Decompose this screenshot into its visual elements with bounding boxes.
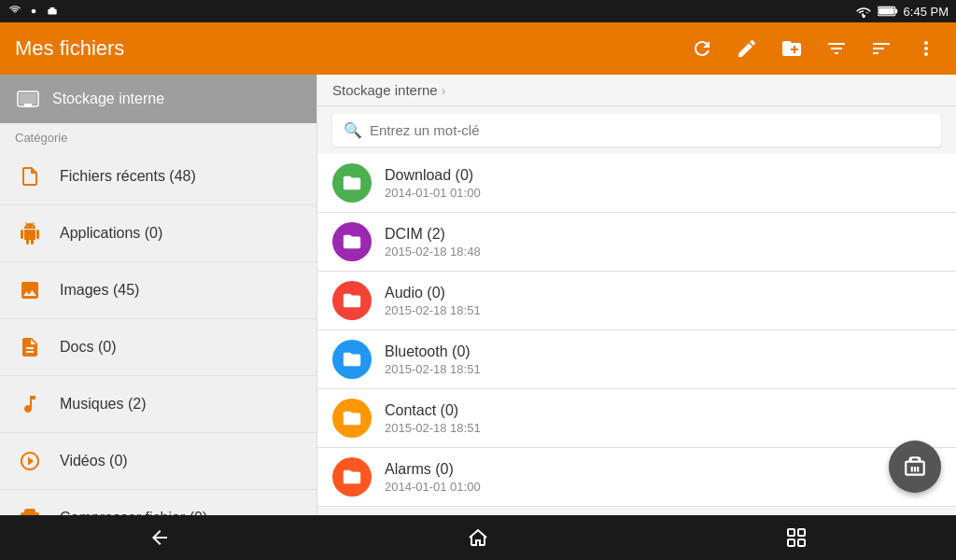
svg-point-0 xyxy=(32,9,36,14)
sidebar-item-label-recent: Fichiers récents (48) xyxy=(60,168,196,185)
storage-icon xyxy=(15,86,41,112)
file-date-contact: 2015-02-18 18:51 xyxy=(385,421,941,435)
file-date-dcim: 2015-02-18 18:48 xyxy=(385,245,941,259)
wifi-icon xyxy=(855,5,872,18)
sidebar-item-label-images: Images (45) xyxy=(60,282,139,299)
category-label: Catégorie xyxy=(0,123,316,148)
svg-rect-4 xyxy=(894,9,896,14)
file-item-download[interactable]: Download (0) 2014-01-01 01:00 xyxy=(317,154,956,213)
search-icon: 🔍 xyxy=(344,121,362,139)
file-name-audio: Audio (0) xyxy=(385,285,941,301)
notification-icon-2 xyxy=(26,4,41,19)
file-info-dcim: DCIM (2) 2015-02-18 18:48 xyxy=(385,226,941,259)
music-icon xyxy=(15,389,45,419)
add-folder-button[interactable] xyxy=(777,34,807,63)
nav-bar xyxy=(0,515,956,560)
sidebar-item-label-applications: Applications (0) xyxy=(60,225,162,242)
notification-icon-3 xyxy=(45,4,60,19)
folder-icon-alarms xyxy=(332,457,372,497)
battery-icon xyxy=(878,6,898,17)
sidebar-item-videos[interactable]: Vidéos (0) xyxy=(0,433,316,490)
back-button[interactable] xyxy=(126,519,193,556)
file-icon xyxy=(15,161,45,191)
compress-icon xyxy=(15,503,45,515)
folder-icon-contact xyxy=(332,399,372,438)
svg-rect-13 xyxy=(788,539,794,546)
svg-rect-9 xyxy=(22,105,34,107)
svg-rect-5 xyxy=(879,7,894,14)
edit-button[interactable] xyxy=(732,34,762,63)
svg-rect-2 xyxy=(50,7,55,9)
file-item-alarms[interactable]: Alarms (0) 2014-01-01 01:00 xyxy=(317,448,956,507)
file-name-download: Download (0) xyxy=(385,167,941,184)
home-button[interactable] xyxy=(444,519,512,556)
file-date-alarms: 2014-01-01 01:00 xyxy=(385,480,941,494)
file-item-audio[interactable]: Audio (0) 2015-02-18 18:51 xyxy=(317,272,956,330)
refresh-button[interactable] xyxy=(687,34,717,63)
storage-label: Stockage interne xyxy=(52,91,164,107)
file-date-download: 2014-01-01 01:00 xyxy=(385,186,941,200)
file-date-audio: 2015-02-18 18:51 xyxy=(385,303,941,317)
file-name-dcim: DCIM (2) xyxy=(385,226,941,243)
sidebar-item-compress[interactable]: Compresser fichier (0) xyxy=(0,490,316,515)
file-item-bluetooth[interactable]: Bluetooth (0) 2015-02-18 18:51 xyxy=(317,330,956,389)
file-name-alarms: Alarms (0) xyxy=(385,461,941,478)
file-name-bluetooth: Bluetooth (0) xyxy=(385,343,941,360)
search-input[interactable] xyxy=(370,122,930,138)
file-item-dcim[interactable]: DCIM (2) 2015-02-18 18:48 xyxy=(317,213,956,272)
file-info-bluetooth: Bluetooth (0) 2015-02-18 18:51 xyxy=(385,343,941,376)
file-item-contact[interactable]: Contact (0) 2015-02-18 18:51 xyxy=(317,389,956,448)
file-list: Download (0) 2014-01-01 01:00 DCIM (2) 2… xyxy=(317,154,956,515)
sidebar-items: Fichiers récents (48) Applications (0) I… xyxy=(0,148,316,515)
more-button[interactable] xyxy=(911,34,941,63)
svg-rect-7 xyxy=(20,93,36,105)
search-bar: 🔍 xyxy=(317,106,956,154)
main-layout: Stockage interne Catégorie Fichiers réce… xyxy=(0,75,956,515)
video-icon xyxy=(15,446,45,476)
sidebar: Stockage interne Catégorie Fichiers réce… xyxy=(0,75,317,515)
app-title: Mes fichiers xyxy=(15,36,672,61)
status-bar: 6:45 PM xyxy=(0,0,956,22)
time-display: 6:45 PM xyxy=(904,5,949,19)
file-info-alarms: Alarms (0) 2014-01-01 01:00 xyxy=(385,461,941,494)
file-info-audio: Audio (0) 2015-02-18 18:51 xyxy=(385,285,941,317)
filter-button[interactable] xyxy=(822,34,851,63)
sidebar-item-label-music: Musiques (2) xyxy=(60,396,146,413)
folder-icon-audio xyxy=(332,281,372,320)
breadcrumb-path: Stockage interne xyxy=(332,82,438,98)
doc-icon xyxy=(15,332,45,362)
sort-button[interactable] xyxy=(866,34,896,63)
file-info-download: Download (0) 2014-01-01 01:00 xyxy=(385,167,941,200)
svg-rect-12 xyxy=(798,539,805,546)
search-input-wrapper[interactable]: 🔍 xyxy=(332,114,941,147)
sidebar-item-docs[interactable]: Docs (0) xyxy=(0,319,316,376)
sidebar-item-recent[interactable]: Fichiers récents (48) xyxy=(0,148,316,205)
recents-button[interactable] xyxy=(763,519,830,556)
breadcrumb: Stockage interne › xyxy=(317,75,956,106)
sidebar-item-applications[interactable]: Applications (0) xyxy=(0,205,316,262)
toolbar: Mes fichiers xyxy=(0,22,956,75)
sidebar-item-label-docs: Docs (0) xyxy=(60,339,116,356)
sidebar-item-label-compress: Compresser fichier (0) xyxy=(60,510,207,515)
svg-rect-1 xyxy=(48,9,56,15)
storage-header[interactable]: Stockage interne xyxy=(0,75,316,123)
file-date-bluetooth: 2015-02-18 18:51 xyxy=(385,362,941,376)
folder-icon-dcim xyxy=(332,222,372,261)
content-area: Stockage interne › 🔍 Download (0) 2014-0… xyxy=(317,75,956,515)
folder-icon-download xyxy=(332,163,372,203)
folder-icon-bluetooth xyxy=(332,340,372,379)
file-info-contact: Contact (0) 2015-02-18 18:51 xyxy=(385,402,941,435)
sidebar-item-images[interactable]: Images (45) xyxy=(0,262,316,319)
svg-rect-11 xyxy=(798,529,805,536)
notification-icon-1 xyxy=(7,4,22,19)
breadcrumb-arrow: › xyxy=(442,82,446,98)
image-icon xyxy=(15,275,45,305)
file-name-contact: Contact (0) xyxy=(385,402,941,419)
sidebar-item-music[interactable]: Musiques (2) xyxy=(0,376,316,433)
briefcase-icon xyxy=(903,455,927,479)
sidebar-item-label-videos: Vidéos (0) xyxy=(60,453,128,469)
android-icon xyxy=(15,218,45,248)
fab-button[interactable] xyxy=(889,441,941,493)
svg-rect-10 xyxy=(788,529,794,536)
